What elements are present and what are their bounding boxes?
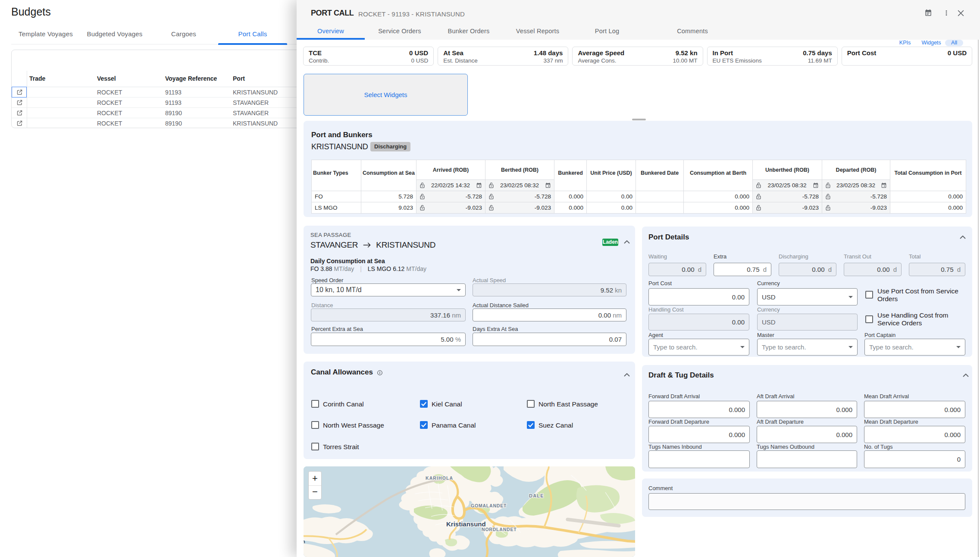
svg-text:Kristiansund: Kristiansund <box>446 520 486 528</box>
svg-text:GOMALANDET: GOMALANDET <box>471 503 507 508</box>
svg-text:DALE: DALE <box>529 493 544 498</box>
svg-text:NORDLANDET: NORDLANDET <box>482 527 517 532</box>
svg-text:KARIHOLA: KARIHOLA <box>426 475 453 481</box>
svg-text:n: n <box>304 539 305 544</box>
